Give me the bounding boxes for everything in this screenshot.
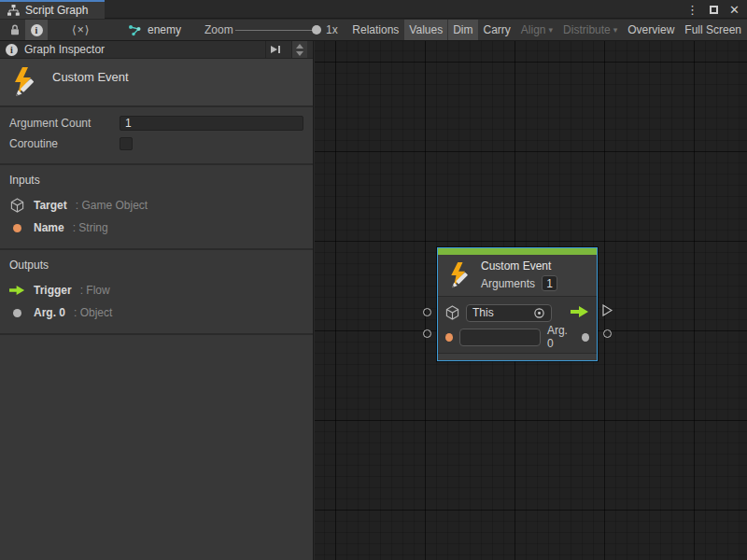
string-dot-icon[interactable]: [445, 333, 453, 342]
port-row-trigger: Trigger : Flow: [9, 279, 303, 301]
graph-toolbar: i ⟨×⟩ enemy Zoom 1x Relations Values Dim…: [0, 20, 747, 41]
input-port-target[interactable]: [423, 308, 431, 316]
coroutine-row: Coroutine: [9, 134, 303, 153]
coroutine-checkbox[interactable]: [120, 137, 133, 150]
dim-button[interactable]: Dim: [448, 20, 477, 40]
zoom-slider-track[interactable]: [235, 30, 321, 31]
outputs-section: Outputs Trigger : Flow Arg. 0 : Object: [0, 250, 313, 333]
port-row-name: Name : String: [9, 217, 303, 239]
port-row-arg0: Arg. 0 : Object: [9, 301, 303, 324]
title-bar: Script Graph ⋮ ✕: [0, 0, 747, 19]
custom-event-icon: [446, 261, 472, 289]
close-icon[interactable]: ✕: [729, 4, 740, 16]
object-picker-icon[interactable]: [533, 307, 545, 319]
node-name-row: Arg. 0: [445, 328, 589, 346]
panel-scroll-stepper[interactable]: [291, 41, 307, 58]
script-graph-window: Script Graph ⋮ ✕ i ⟨×⟩ enemy: [0, 0, 747, 560]
unit-settings: Argument Count 1 Coroutine: [0, 107, 313, 163]
string-dot-icon: [9, 224, 25, 232]
port-row-target: Target : Game Object: [9, 194, 303, 217]
carry-button[interactable]: Carry: [479, 20, 515, 40]
flow-arrow-icon: [9, 285, 25, 296]
zoom-label: Zoom: [204, 20, 233, 40]
node-target-row: This: [445, 303, 589, 322]
graph-inspector-panel: i Graph Inspector Custom Event: [0, 41, 314, 560]
info-icon: i: [6, 44, 18, 56]
object-dot-icon: [9, 309, 25, 317]
maximize-icon[interactable]: [710, 6, 718, 14]
dock-right-icon: [270, 44, 281, 55]
trigger-output-port[interactable]: [571, 306, 589, 320]
dock-side-button[interactable]: [265, 41, 285, 58]
arguments-label: Arguments: [481, 277, 535, 290]
script-graph-icon: [128, 24, 142, 36]
relations-button[interactable]: Relations: [347, 20, 403, 40]
window-menu-icon[interactable]: ⋮: [686, 4, 698, 16]
tab-label: Script Graph: [25, 4, 88, 17]
game-object-cube-icon: [445, 305, 459, 320]
overview-button[interactable]: Overview: [623, 20, 679, 40]
hierarchy-icon: [7, 5, 20, 16]
node-footer: [438, 353, 597, 360]
node-header-text: Custom Event Arguments 1: [481, 259, 557, 291]
toolbar-buttons: Relations Values Dim Carry Align ▾ Distr…: [347, 20, 746, 40]
node-header[interactable]: Custom Event Arguments 1: [438, 255, 597, 296]
zoom-slider[interactable]: [235, 20, 321, 40]
lock-button[interactable]: [4, 20, 26, 40]
output-port-arg0[interactable]: [603, 329, 612, 338]
custom-event-icon: [9, 66, 39, 98]
input-port-name[interactable]: [423, 329, 431, 338]
scroll-down-icon[interactable]: [296, 51, 303, 56]
values-button[interactable]: Values: [404, 20, 447, 40]
coroutine-label: Coroutine: [9, 137, 120, 150]
unit-header: Custom Event: [0, 59, 313, 105]
distribute-dropdown[interactable]: Distribute ▾: [558, 20, 622, 40]
window-controls: ⋮ ✕: [686, 0, 740, 19]
graph-canvas[interactable]: Custom Event Arguments 1 This: [315, 41, 747, 560]
info-icon: i: [31, 24, 43, 36]
graph-inspector-header: i Graph Inspector: [0, 41, 313, 59]
chevron-down-icon: ▾: [549, 25, 554, 35]
node-accent-bar: [438, 248, 597, 255]
outputs-title: Outputs: [9, 259, 303, 272]
node-arguments-row: Arguments 1: [481, 275, 557, 291]
unit-title: Custom Event: [52, 70, 129, 84]
inspector-empty-area: [0, 335, 313, 560]
inputs-title: Inputs: [9, 174, 303, 187]
variables-toggle-button[interactable]: ⟨×⟩: [67, 20, 94, 40]
argument-count-field[interactable]: 1: [120, 116, 303, 131]
argument-count-label: Argument Count: [9, 117, 120, 130]
arguments-count-field[interactable]: 1: [542, 275, 557, 291]
zoom-value: 1x: [326, 20, 338, 40]
chevron-down-icon: ▾: [613, 25, 618, 35]
full-screen-button[interactable]: Full Screen: [680, 20, 746, 40]
arg0-label: Arg. 0: [547, 324, 575, 350]
game-object-cube-icon: [9, 198, 25, 213]
lock-icon: [8, 23, 21, 36]
inputs-section: Inputs Target : Game Object Name : Strin…: [0, 165, 313, 248]
breadcrumb[interactable]: enemy: [128, 20, 181, 40]
zoom-slider-handle[interactable]: [312, 25, 321, 35]
breadcrumb-label: enemy: [148, 23, 181, 36]
custom-event-node[interactable]: Custom Event Arguments 1 This: [437, 247, 598, 361]
scroll-up-icon[interactable]: [296, 44, 303, 49]
node-body: This Arg. 0: [438, 296, 597, 353]
target-dropdown[interactable]: This: [466, 304, 552, 322]
arg0-output-port[interactable]: [582, 333, 589, 342]
target-value: This: [472, 306, 529, 319]
align-dropdown[interactable]: Align ▾: [516, 20, 557, 40]
graph-inspector-title: Graph Inspector: [24, 43, 105, 56]
inspector-toggle-button[interactable]: i: [25, 20, 48, 40]
tab-script-graph[interactable]: Script Graph: [0, 0, 105, 19]
node-title: Custom Event: [481, 259, 557, 273]
argument-count-row: Argument Count 1: [9, 114, 303, 133]
output-port-trigger[interactable]: [602, 304, 613, 319]
name-input-field[interactable]: [459, 329, 541, 346]
flow-port-triangle-icon: [602, 304, 613, 316]
flow-arrow-icon: [571, 306, 589, 317]
